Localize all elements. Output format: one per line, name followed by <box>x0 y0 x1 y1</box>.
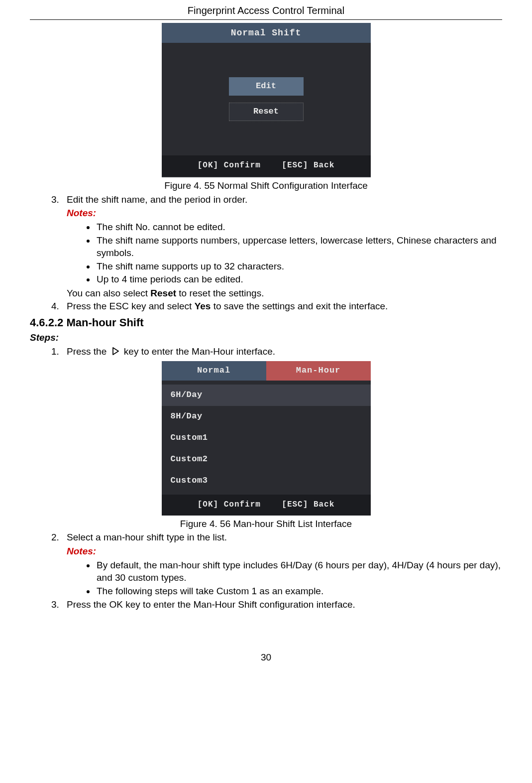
footer-ok: [OK] Confirm <box>198 161 261 170</box>
footer-ok: [OK] Confirm <box>198 500 261 509</box>
figure-manhour-screen: Normal Man-Hour 6H/Day 8H/Day Custom1 Cu… <box>162 361 371 515</box>
mh-step-1: Press the key to enter the Man-Hour inte… <box>62 345 502 360</box>
list-item[interactable]: 8H/Day <box>162 406 371 427</box>
tab-normal[interactable]: Normal <box>162 361 266 381</box>
mh-step-2: Select a man-hour shift type in the list… <box>62 531 502 597</box>
text: You can also select <box>67 288 150 298</box>
list-item[interactable]: Custom3 <box>162 470 371 492</box>
notes-label-1: Notes: <box>67 207 502 220</box>
note-item: Up to 4 time periods can be edited. <box>96 273 502 286</box>
page-header: Fingerprint Access Control Terminal <box>30 0 502 20</box>
list-item[interactable]: Custom2 <box>162 449 371 470</box>
footer-esc: [ESC] Back <box>282 500 334 509</box>
figure-normal-shift-screen: Normal Shift Edit Reset [OK] Confirm [ES… <box>162 23 371 177</box>
reset-button[interactable]: Reset <box>229 103 304 121</box>
mh-step-2-text: Select a man-hour shift type in the list… <box>67 531 502 544</box>
note-item: The shift No. cannot be edited. <box>96 221 502 234</box>
text: key to enter the Man-Hour interface. <box>124 346 275 357</box>
list-item[interactable]: Custom1 <box>162 427 371 449</box>
list-item[interactable]: 6H/Day <box>162 385 371 406</box>
step-3-text: Edit the shift name, and the period in o… <box>67 193 502 206</box>
edit-button[interactable]: Edit <box>229 77 304 96</box>
bold-reset: Reset <box>150 288 176 298</box>
right-arrow-icon <box>110 346 120 360</box>
steps-label: Steps: <box>30 331 502 344</box>
notes-list-1: The shift No. cannot be edited. The shif… <box>67 221 502 286</box>
screen-body: Edit Reset <box>162 43 371 155</box>
text: to save the settings and exit the interf… <box>211 301 388 311</box>
manhour-steps: Press the key to enter the Man-Hour inte… <box>30 345 502 360</box>
manhour-steps-cont: Select a man-hour shift type in the list… <box>30 531 502 611</box>
page-number: 30 <box>30 651 502 664</box>
screen-title: Normal Shift <box>162 23 371 43</box>
screen-footer: [OK] Confirm [ESC] Back <box>162 155 371 176</box>
svg-marker-0 <box>113 348 118 355</box>
mh-step-3-text: Press the OK key to enter the Man-Hour S… <box>67 599 355 610</box>
note-item: The shift name supports numbers, upperca… <box>96 234 502 260</box>
figure-caption-1: Figure 4. 55 Normal Shift Configuration … <box>30 179 502 192</box>
mh-step-3: Press the OK key to enter the Man-Hour S… <box>62 598 502 611</box>
note-item: The shift name supports up to 32 charact… <box>96 260 502 273</box>
note-item: By default, the man-hour shift type incl… <box>96 559 502 584</box>
text: Press the <box>67 346 106 357</box>
section-heading: 4.6.2.2 Man-hour Shift <box>30 315 502 330</box>
figure-caption-2: Figure 4. 56 Man-hour Shift List Interfa… <box>30 518 502 530</box>
step-3-reset-line: You can also select Reset to reset the s… <box>67 287 502 300</box>
text: Press the ESC key and select <box>67 301 195 311</box>
text: to reset the settings. <box>176 288 264 298</box>
step-4: Press the ESC key and select Yes to save… <box>62 300 502 313</box>
steps-list-continued: Edit the shift name, and the period in o… <box>30 193 502 313</box>
footer-esc: [ESC] Back <box>282 161 334 170</box>
manhour-list: 6H/Day 8H/Day Custom1 Custom2 Custom3 <box>162 381 371 495</box>
notes-list-2: By default, the man-hour shift type incl… <box>67 559 502 598</box>
screen-tabs: Normal Man-Hour <box>162 361 371 381</box>
bold-yes: Yes <box>195 301 211 311</box>
step-3: Edit the shift name, and the period in o… <box>62 193 502 300</box>
note-item: The following steps will take Custom 1 a… <box>96 585 502 598</box>
tab-manhour[interactable]: Man-Hour <box>266 361 371 381</box>
notes-label-2: Notes: <box>67 545 502 558</box>
screen-footer: [OK] Confirm [ESC] Back <box>162 495 371 516</box>
